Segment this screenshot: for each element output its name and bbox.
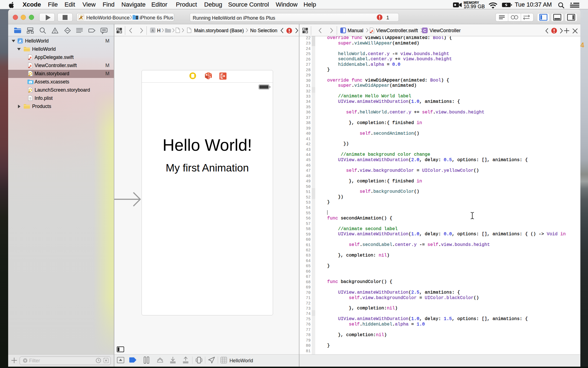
svg-text:C: C	[423, 28, 426, 33]
svg-text:1: 1	[209, 75, 211, 79]
